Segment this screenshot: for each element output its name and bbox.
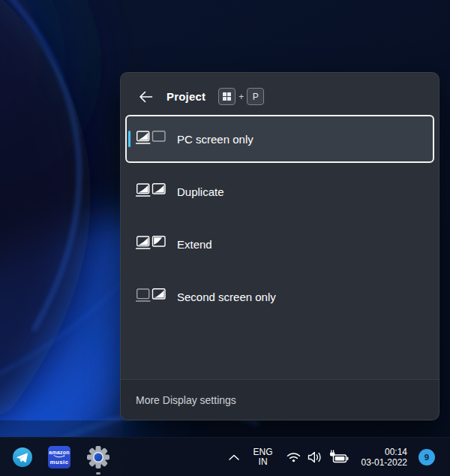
volume-icon — [307, 450, 323, 465]
footer-label: More Display settings — [136, 394, 236, 406]
amazon-music-icon: amazon music — [48, 446, 70, 468]
project-flyout: Project + P — [120, 72, 440, 420]
language-indicator[interactable]: ENG IN — [252, 446, 274, 468]
notification-count-badge[interactable]: 9 — [418, 449, 435, 465]
option-extend[interactable]: Extend — [125, 220, 434, 268]
option-pc-screen-only[interactable]: PC screen only — [125, 115, 434, 163]
amazon-music-line1: amazon — [49, 450, 69, 455]
desktop: Project + P — [0, 0, 450, 476]
running-app-indicator — [96, 472, 100, 474]
option-label: PC screen only — [177, 133, 254, 146]
clock-time: 00:14 — [385, 447, 407, 457]
flyout-header: Project + P — [121, 73, 439, 115]
amazon-smile-icon — [53, 455, 65, 458]
clock-date-button[interactable]: 00:14 03-01-2022 — [360, 445, 409, 469]
projection-options-list: PC screen only Duplicate — [121, 115, 439, 321]
taskbar-apps: amazon music — [10, 438, 112, 476]
windows-logo-icon — [223, 92, 231, 101]
option-label: Duplicate — [177, 185, 224, 198]
p-key: P — [247, 88, 264, 105]
chevron-up-icon — [227, 452, 241, 462]
pc-screen-only-icon — [136, 131, 166, 147]
keyboard-shortcut: + P — [218, 88, 264, 105]
selection-indicator — [128, 131, 130, 147]
flyout-title: Project — [166, 90, 206, 103]
settings-app-button[interactable] — [84, 443, 112, 471]
battery-charging-icon — [328, 450, 349, 465]
telegram-icon — [12, 447, 33, 468]
taskbar: amazon music — [0, 437, 450, 476]
option-label: Extend — [177, 238, 212, 251]
more-display-settings-link[interactable]: More Display settings — [121, 379, 439, 420]
taskbar-tray: ENG IN — [226, 438, 435, 476]
show-hidden-icons-button[interactable] — [226, 450, 242, 464]
clock-date: 03-01-2022 — [362, 457, 407, 468]
option-duplicate[interactable]: Duplicate — [125, 167, 434, 215]
shortcut-plus: + — [238, 92, 244, 102]
extend-icon — [136, 236, 166, 252]
windows-key — [218, 88, 236, 105]
system-tray-status-button[interactable] — [284, 448, 350, 466]
wifi-icon — [286, 450, 302, 465]
option-second-screen-only[interactable]: Second screen only — [125, 273, 434, 321]
back-arrow-icon — [139, 91, 153, 103]
duplicate-icon — [136, 183, 166, 200]
amazon-music-app-button[interactable]: amazon music — [46, 444, 72, 470]
language-line2: IN — [259, 457, 268, 467]
amazon-music-line2: music — [50, 459, 68, 465]
telegram-app-button[interactable] — [10, 445, 34, 469]
back-button[interactable] — [136, 87, 155, 107]
second-screen-only-icon — [136, 288, 166, 305]
settings-gear-icon — [86, 444, 111, 470]
option-label: Second screen only — [177, 291, 276, 303]
